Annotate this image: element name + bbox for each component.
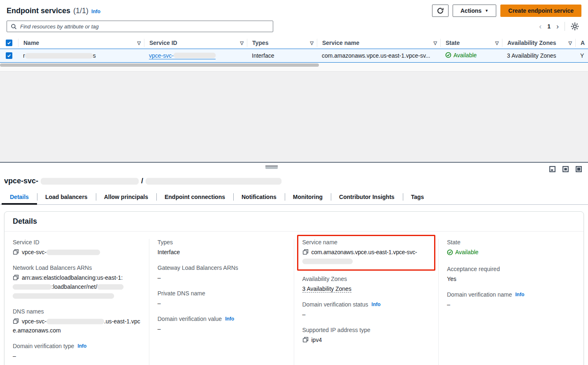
create-button-label: Create endpoint service [508,7,574,14]
check-circle-icon [445,52,451,58]
copy-icon[interactable] [13,274,19,281]
service-name-value: com.amazonaws.vpce.us-east-1.vpce-sv... [322,52,430,59]
field-label: Service name [302,239,430,246]
current-page-number: 1 [547,23,551,30]
create-endpoint-service-button[interactable]: Create endpoint service [500,5,581,17]
tab-contributor-insights[interactable]: Contributor Insights [331,191,403,204]
split-panel-drag-handle[interactable] [265,166,278,169]
field-label: Domain verification value [158,316,222,322]
check-circle-icon [447,249,453,255]
pagination: ‹ 1 › [539,22,581,31]
split-panel: vpce-svc- / Details Load balancers Allow… [0,162,588,364]
field-label: Domain verification status [302,301,368,308]
field-domain-verification-value: Domain verification value Info – [158,316,286,333]
redacted-text [302,259,353,264]
page-title: Endpoint services [7,7,70,15]
tab-monitoring[interactable]: Monitoring [285,191,331,204]
header-actions: Actions ▼ Create endpoint service [432,5,581,17]
service-id-link[interactable]: vpce-svc- [149,52,216,59]
filter-icon[interactable]: ▽ [137,40,141,46]
table-header: Name ▽ Service ID ▽ Types ▽ Service name… [0,37,588,49]
actions-button[interactable]: Actions ▼ [453,5,496,17]
info-link[interactable]: Info [225,316,234,322]
column-header-types[interactable]: Types ▽ [247,39,317,47]
detail-tabs: Details Load balancers Allow principals … [0,191,588,205]
field-label: Domain verification name [447,291,512,298]
redacted-text [46,319,104,324]
column-header-availability-zones[interactable]: Availability Zones ▽ [502,39,575,47]
column-header-service-name[interactable]: Service name ▽ [317,39,440,47]
info-link[interactable]: Info [372,302,381,307]
row-select-cell [0,52,18,59]
title-service-id-prefix: vpce-svc- [4,177,38,185]
info-link[interactable]: Info [77,343,86,349]
details-column-3: Service name com.amazonaws.vpce.us-east-… [294,239,439,365]
select-all-checkbox[interactable] [6,40,12,46]
panel-position-bottom-button[interactable] [549,166,556,173]
panel-fullscreen-button[interactable] [575,166,582,173]
ip-type-text: ipv4 [311,337,322,343]
filter-icon[interactable]: ▽ [240,40,244,46]
filter-icon[interactable]: ▽ [569,40,572,46]
field-value: Interface [158,248,286,257]
field-supported-ip-type: Supported IP address type ipv4 [302,327,430,344]
field-value: Yes [447,274,575,283]
tab-allow-principals[interactable]: Allow principals [96,191,156,204]
search-input[interactable] [20,23,269,30]
tab-load-balancers[interactable]: Load balancers [37,191,96,204]
drag-handle-icon [265,166,278,166]
next-page-button[interactable]: › [556,23,559,30]
field-label: Availability Zones [302,276,430,282]
cell-service-id: vpce-svc- [144,52,247,59]
column-header-service-id[interactable]: Service ID ▽ [144,39,247,47]
service-id-prefix: vpce-svc- [149,52,174,59]
filter-icon[interactable]: ▽ [310,40,314,46]
column-header-name[interactable]: Name ▽ [18,39,144,47]
availability-zones-tooltip[interactable]: 3 Availability Zones [302,285,352,292]
field-state: State Available [447,239,575,258]
redacted-text [25,53,93,58]
horizontal-scrollbar[interactable] [0,63,319,67]
tab-endpoint-connections[interactable]: Endpoint connections [156,191,233,204]
actions-button-label: Actions [460,7,481,14]
tab-notifications[interactable]: Notifications [233,191,285,204]
column-label: State [446,40,460,46]
availability-zones-tooltip[interactable]: 3 Availability Zones [507,52,556,59]
previous-page-button[interactable]: ‹ [539,23,542,30]
title-separator: / [141,177,143,185]
row-checkbox[interactable] [6,52,12,59]
panel-position-side-button[interactable] [562,166,569,173]
name-prefix: r [23,52,25,59]
state-label: Available [455,248,479,257]
filter-icon[interactable]: ▽ [495,40,499,46]
refresh-button[interactable] [432,5,449,17]
refresh-icon [437,7,444,14]
column-label: Availability Zones [507,40,556,46]
tab-details[interactable]: Details [2,191,37,204]
filter-icon[interactable]: ▽ [434,40,437,46]
chevron-down-icon: ▼ [485,9,488,13]
search-box[interactable] [7,21,273,32]
copy-icon[interactable] [13,318,19,324]
panel-side-icon [562,166,569,173]
copy-icon[interactable] [13,249,19,255]
column-header-cut[interactable]: A [575,39,588,47]
column-header-state[interactable]: State ▽ [440,39,502,47]
copy-icon[interactable] [302,249,309,255]
field-label: Types [158,239,286,246]
split-panel-title: vpce-svc- / [0,163,588,185]
tab-tags[interactable]: Tags [403,191,432,204]
field-dns-names: DNS names vpce-svc-.us-east-1.vpce.amazo… [13,308,141,335]
info-link[interactable]: Info [515,292,524,297]
page-header: Endpoint services (1/1) Info Actions ▼ C… [0,0,588,17]
title-info-link[interactable]: Info [91,9,100,14]
panel-bottom-icon [549,166,556,173]
table-row[interactable]: rs vpce-svc- Interface com.amazonaws.vpc… [0,49,588,63]
cell-acceptance-cut: Y [575,52,588,59]
title-group: Endpoint services (1/1) Info [7,7,100,15]
redacted-text [13,293,114,299]
field-label: State [447,239,575,246]
copy-icon[interactable] [302,337,309,343]
service-name-text: com.amazonaws.vpce.us-east-1.vpce-svc- [311,249,417,255]
preferences-button[interactable] [571,22,579,30]
